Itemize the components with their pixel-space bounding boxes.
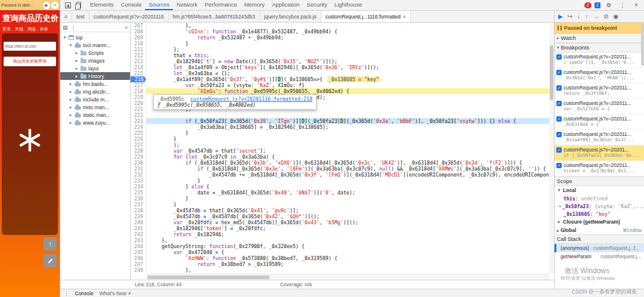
code-text[interactable]: } <box>146 178 549 184</box>
breakpoint-entry[interactable]: ✓customRequest.js?v=20201...if (_0x50fa2… <box>555 146 644 161</box>
code-text[interactable]: that = this; <box>146 52 549 58</box>
code-text[interactable]: var _0x50fa23 = {vsytw: 'KaZ', XImOu: f} <box>146 82 549 88</box>
back-to-top-button[interactable]: ↑ <box>44 237 57 250</box>
scope-variable[interactable]: this: undefined <box>555 194 644 202</box>
line-number[interactable]: 217 <box>131 82 146 88</box>
navigator-item-img-alicdn[interactable]: ▸img.alicdn... <box>60 88 130 95</box>
price-history-query-button[interactable]: 商品历史价格查询 <box>4 57 56 66</box>
file-tab[interactable]: customRequest.js?v=20201116 <box>89 11 169 22</box>
navigator-item-include-m[interactable]: ▸include.m... <box>60 95 130 103</box>
step-out-icon[interactable]: ↑ <box>585 13 588 20</box>
drawer-menu-icon[interactable]: ⋮ <box>64 290 69 296</box>
scope-global-header[interactable]: ▸ GlobalWindow <box>555 226 644 234</box>
code-text[interactable]: }, <box>146 23 549 29</box>
close-tab-icon[interactable]: × <box>128 290 131 296</box>
code-text[interactable]: _0x4547db = that[_0x365d('0x41', '@u9c')… <box>146 208 549 214</box>
file-tab[interactable]: hm.js?85f48cee3...ba80781b243db3 <box>169 11 260 22</box>
code-text[interactable]: }, <box>146 267 549 273</box>
close-devtools-icon[interactable]: × <box>631 1 642 10</box>
line-number[interactable]: 223 <box>131 118 146 124</box>
breakpoint-entry[interactable]: ✓customRequest.js?v=202011...['ipeUV']($… <box>555 52 644 68</box>
code-text[interactable]: 'XImOu': function _0xd5995c(_0x950655, _… <box>146 88 549 94</box>
deactivate-breakpoints-icon[interactable]: ⊘ <box>603 13 608 20</box>
code-text[interactable]: _0x182946['t'] = new Date()[_0x365d('0x3… <box>146 58 549 64</box>
scrollbar-thumb[interactable] <box>147 276 270 279</box>
navigator-item-www-zuyu[interactable]: ▸www.zuyu... <box>60 119 130 126</box>
line-number[interactable]: 229 <box>131 154 146 160</box>
file-tab[interactable]: test <box>72 11 89 22</box>
code-text[interactable]: }, <box>146 237 549 243</box>
code-text[interactable]: return _0x38bed7 > _0x319589; <box>146 261 549 267</box>
inspect-element-icon[interactable] <box>63 1 73 10</box>
scrollbar-thumb[interactable] <box>550 45 553 100</box>
line-number[interactable]: 239 <box>131 214 146 219</box>
breakpoint-checkbox[interactable]: ✓ <box>556 85 562 91</box>
scope-closure-header[interactable]: ▸Closure (getNewParam) <box>555 218 644 226</box>
issues-badge[interactable]: 1 <box>595 2 600 8</box>
breakpoint-checkbox[interactable]: ✓ <box>556 163 562 168</box>
code-text[interactable]: if (_0x50fa23[_0x365d('0x39', 'ITgn')][D… <box>146 118 549 124</box>
file-tab[interactable]: customRequest.j...1116:formatted× <box>321 11 411 22</box>
code-text[interactable]: var _0x4547db = that['secret']; <box>146 148 549 154</box>
drawer-tab-what-s-new[interactable]: What's New× <box>100 290 131 296</box>
code-text[interactable]: return _0x532487 + _0x49bb94; <box>146 35 549 41</box>
code-text[interactable]: ); <box>146 142 549 148</box>
line-number[interactable]: 240 <box>131 219 146 225</box>
editor-vertical-scrollbar[interactable] <box>549 23 554 274</box>
navigator-item-misc-man[interactable]: ▸misc.man... <box>60 103 130 111</box>
code-text[interactable]: _0x4547db = _0x4547db[_0x365d('0x42', '$… <box>146 214 549 219</box>
breakpoint-entry[interactable]: ✓customRequest.js?v=202011..._0x6318d4 =… <box>555 115 644 130</box>
code-text[interactable]: _0x4547db += _0x6318d4[_0x365d('0x3f', '… <box>146 172 549 178</box>
line-number[interactable]: 210 <box>131 41 146 47</box>
watch-section-header[interactable]: ▸ Watch <box>555 33 644 43</box>
step-icon[interactable]: → <box>593 13 599 20</box>
code-text[interactable]: } <box>146 136 549 142</box>
line-number[interactable]: 226 <box>131 136 146 142</box>
line-number[interactable]: 230 <box>131 160 146 166</box>
code-text[interactable]: } <box>146 202 549 208</box>
scope-variable[interactable]: ▸_0x50fa23: {vsytw: 'KaZ',... <box>555 202 644 210</box>
code-text[interactable]: var _0x472040 = { <box>146 249 549 255</box>
line-number[interactable]: 245 <box>131 249 146 255</box>
navigator-toggle-icon[interactable]: ≡ <box>60 11 72 22</box>
call-stack-frame[interactable]: (anonymous)customRequest.j...formatted:2… <box>555 244 644 252</box>
code-text[interactable]: date = _0x6318d4[_0x365d('0x40', 'bN$7')… <box>146 190 549 196</box>
line-number[interactable]: 209 <box>131 35 146 41</box>
line-number[interactable]: 218 <box>131 88 146 94</box>
tab-security[interactable]: Security <box>303 0 330 10</box>
line-number[interactable]: 213 <box>131 58 146 64</box>
line-number[interactable]: 246 <box>131 255 146 261</box>
breakpoint-entry[interactable]: ✓customRequest.js?v=202011..._0x365d('0x… <box>555 68 644 83</box>
chevron-right-icon[interactable]: ▸ <box>558 204 562 209</box>
settings-gear-icon[interactable]: ⚙ <box>603 1 614 10</box>
line-number[interactable]: 215 <box>131 70 146 76</box>
breakpoint-checkbox[interactable]: ✓ <box>556 70 562 75</box>
line-number[interactable]: 208 <box>131 29 146 35</box>
navigator-item-scripts[interactable]: ▸Scripts <box>60 49 130 57</box>
line-number[interactable]: 248 <box>131 267 146 273</box>
resume-icon[interactable]: ▶ <box>558 13 563 20</box>
navigator-overflow-icon[interactable]: » <box>125 24 128 30</box>
breakpoints-section-header[interactable]: ▾ Breakpoints <box>555 43 644 52</box>
url-input[interactable] <box>4 42 56 51</box>
error-count-badge[interactable]: 2 <box>584 2 592 8</box>
code-text[interactable]: } <box>146 41 549 47</box>
more-options-icon[interactable]: ⋮ <box>617 1 628 10</box>
device-toolbar-icon[interactable] <box>73 1 84 10</box>
line-number[interactable]: 211 <box>131 47 146 52</box>
feedback-edit-button[interactable] <box>44 254 57 267</box>
code-text[interactable]: getQueryString: function(_0x27900f, _0x3… <box>146 243 549 249</box>
line-number[interactable]: 224 <box>131 124 146 130</box>
navigator-item-history[interactable]: ▸History <box>60 72 130 80</box>
navigator-item-static-man[interactable]: ▸static.man... <box>60 111 130 119</box>
tab-memory[interactable]: Memory <box>241 0 268 10</box>
line-number[interactable]: 225 <box>131 130 146 136</box>
tab-console[interactable]: Console <box>117 0 145 10</box>
code-text[interactable]: } <box>146 130 549 136</box>
scope-local-header[interactable]: ▾Local <box>555 186 644 194</box>
code-text[interactable]: var _0x20fdfc = hex_md5(_0x4547db)[_0x36… <box>146 219 549 225</box>
navigator-item-images[interactable]: ▸images <box>60 57 130 64</box>
navigator-item-top[interactable]: ▾top <box>60 33 130 41</box>
call-stack-section-header[interactable]: Call Stack <box>555 234 644 244</box>
navigator-more-icon[interactable]: ⋮ <box>71 24 76 30</box>
